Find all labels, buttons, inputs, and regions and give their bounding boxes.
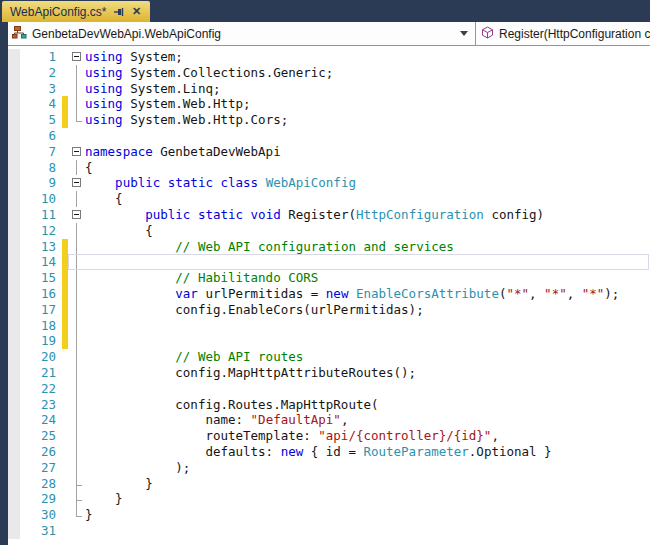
breakpoint-margin[interactable]: [8, 96, 20, 112]
type-dropdown[interactable]: GenbetaDevWebApi.WebApiConfig: [8, 22, 475, 45]
breakpoint-margin[interactable]: [8, 191, 20, 207]
breakpoint-margin[interactable]: [8, 333, 20, 349]
code-text: public static class WebApiConfig: [85, 175, 650, 191]
fold-toggle[interactable]: [68, 207, 85, 223]
line-number: 11: [20, 207, 62, 223]
document-tab[interactable]: WebApiConfig.cs* ✕: [2, 1, 150, 22]
breakpoint-margin[interactable]: [8, 302, 20, 318]
code-line: 18: [8, 318, 650, 334]
code-text: namespace GenbetaDevWebApi: [85, 144, 650, 160]
line-number: 19: [20, 333, 62, 349]
breakpoint-margin[interactable]: [8, 444, 20, 460]
line-number: 5: [20, 112, 62, 128]
code-editor[interactable]: 1using System;2using System.Collections.…: [8, 46, 650, 545]
breakpoint-margin[interactable]: [8, 318, 20, 334]
code-line: 15 // Habilitando CORS: [8, 270, 650, 286]
breakpoint-margin[interactable]: [8, 175, 20, 191]
breakpoint-margin[interactable]: [8, 223, 20, 239]
fold-toggle[interactable]: [68, 144, 85, 160]
breakpoint-margin[interactable]: [8, 460, 20, 476]
type-dropdown-label: GenbetaDevWebApi.WebApiConfig: [32, 27, 455, 41]
code-text: }: [85, 476, 650, 492]
code-line: 16 var urlPermitidas = new EnableCorsAtt…: [8, 286, 650, 302]
code-line: 6: [8, 128, 650, 144]
code-line: 9 public static class WebApiConfig: [8, 175, 650, 191]
code-text: // Web API configuration and services: [85, 239, 650, 255]
breakpoint-margin[interactable]: [8, 412, 20, 428]
code-line: 7namespace GenbetaDevWebApi: [8, 144, 650, 160]
breakpoint-margin[interactable]: [8, 49, 20, 65]
code-text: // Habilitando CORS: [85, 270, 650, 286]
breakpoint-margin[interactable]: [8, 397, 20, 413]
chevron-down-icon[interactable]: [460, 31, 468, 36]
fold-guide: [68, 239, 85, 255]
breakpoint-margin[interactable]: [8, 286, 20, 302]
breakpoint-margin[interactable]: [8, 112, 20, 128]
code-text: using System.Web.Http.Cors;: [85, 112, 650, 128]
breakpoint-margin[interactable]: [8, 491, 20, 507]
code-line: 21 config.MapHttpAttributeRoutes();: [8, 365, 650, 381]
code-line: 10 {: [8, 191, 650, 207]
fold-toggle[interactable]: [68, 49, 85, 65]
line-number: 2: [20, 65, 62, 81]
breakpoint-margin[interactable]: [8, 428, 20, 444]
line-number: 30: [20, 507, 62, 523]
line-number: 12: [20, 223, 62, 239]
code-line: 1using System;: [8, 49, 650, 65]
breakpoint-margin[interactable]: [8, 254, 20, 270]
code-line: 25 routeTemplate: "api/{controller}/{id}…: [8, 428, 650, 444]
member-dropdown[interactable]: Register(HttpConfiguration co: [476, 22, 650, 45]
breakpoint-margin[interactable]: [8, 476, 20, 492]
pin-icon[interactable]: [113, 6, 125, 18]
breakpoint-margin[interactable]: [8, 349, 20, 365]
breakpoint-margin[interactable]: [8, 381, 20, 397]
code-line: 17 config.EnableCors(urlPermitidas);: [8, 302, 650, 318]
breakpoint-margin[interactable]: [8, 207, 20, 223]
navigation-bar: GenbetaDevWebApi.WebApiConfig Register(H…: [8, 22, 650, 46]
close-icon[interactable]: ✕: [131, 6, 143, 18]
code-line: 3using System.Linq;: [8, 81, 650, 97]
line-number: 14: [20, 254, 62, 270]
breakpoint-margin[interactable]: [8, 239, 20, 255]
fold-guide: [68, 333, 85, 349]
code-line: 13 // Web API configuration and services: [8, 239, 650, 255]
line-number: 28: [20, 476, 62, 492]
code-line: 2using System.Collections.Generic;: [8, 65, 650, 81]
breakpoint-margin[interactable]: [8, 523, 20, 539]
code-line: 14: [8, 254, 650, 270]
code-text: using System;: [85, 49, 650, 65]
fold-guide: [68, 444, 85, 460]
line-number: 16: [20, 286, 62, 302]
fold-guide: [68, 286, 85, 302]
line-number: 10: [20, 191, 62, 207]
fold-guide: [68, 223, 85, 239]
breakpoint-margin[interactable]: [8, 160, 20, 176]
tab-title: WebApiConfig.cs*: [10, 5, 107, 19]
code-text: }: [85, 491, 650, 507]
fold-guide: [68, 318, 85, 334]
line-number: 13: [20, 239, 62, 255]
fold-guide: [68, 428, 85, 444]
fold-guide: [68, 302, 85, 318]
breakpoint-margin[interactable]: [8, 128, 20, 144]
line-number: 7: [20, 144, 62, 160]
line-number: 8: [20, 160, 62, 176]
breakpoint-margin[interactable]: [8, 144, 20, 160]
breakpoint-margin[interactable]: [8, 65, 20, 81]
tab-strip: WebApiConfig.cs* ✕: [0, 0, 650, 22]
breakpoint-margin[interactable]: [8, 365, 20, 381]
code-text: [85, 318, 650, 334]
fold-guide: [68, 507, 85, 523]
breakpoint-margin[interactable]: [8, 507, 20, 523]
fold-guide: [68, 397, 85, 413]
fold-toggle[interactable]: [68, 175, 85, 191]
code-line: 4using System.Web.Http;: [8, 96, 650, 112]
code-line: 11 public static void Register(HttpConfi…: [8, 207, 650, 223]
code-text: public static void Register(HttpConfigur…: [85, 207, 650, 223]
breakpoint-margin[interactable]: [8, 81, 20, 97]
code-line: 19: [8, 333, 650, 349]
breakpoint-margin[interactable]: [8, 270, 20, 286]
line-number: 24: [20, 412, 62, 428]
line-number: 1: [20, 49, 62, 65]
code-text: [85, 381, 650, 397]
